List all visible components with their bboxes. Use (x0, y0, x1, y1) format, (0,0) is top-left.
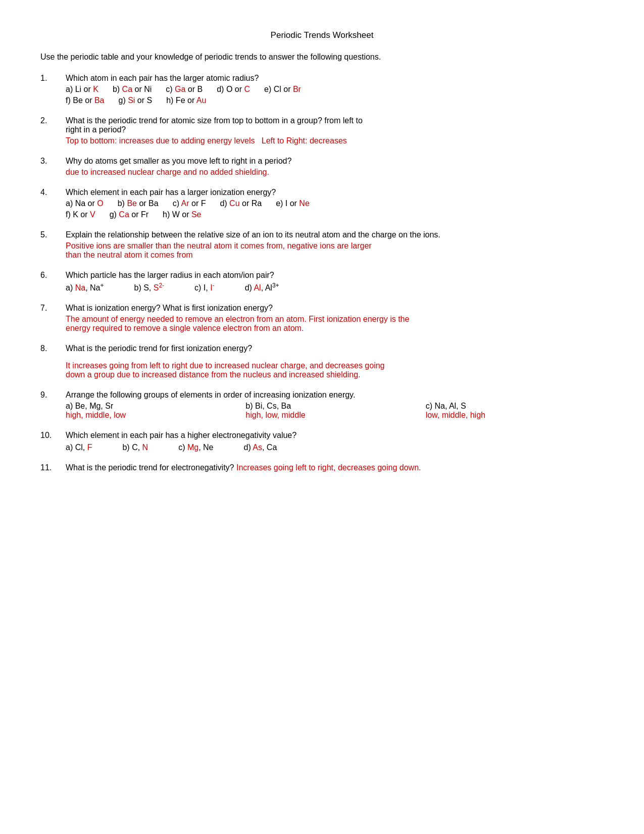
q9-options: a) Be, Mg, Sr b) Bi, Cs, Ba c) Na, Al, S (66, 402, 604, 411)
question-2: 2. What is the periodic trend for atomic… (40, 116, 604, 145)
page-title: Periodic Trends Worksheet (40, 30, 604, 40)
q6-options-row1: a) Na, Na+ b) S, S2- c) I, I- d) Al, Al3… (66, 282, 604, 292)
q4-opt-g: g) Ca or Fr (110, 210, 148, 219)
q1-opt-c: c) Ga or B (166, 85, 203, 94)
q8-text: What is the periodic trend for first ion… (66, 344, 604, 353)
q6-opt-d: d) Al, Al3+ (245, 282, 279, 292)
q2-text: What is the periodic trend for atomic si… (66, 116, 604, 134)
question-11: 11. What is the periodic trend for elect… (40, 463, 604, 472)
intro-text: Use the periodic table and your knowledg… (40, 53, 604, 62)
question-5: 5. Explain the relationship between the … (40, 230, 604, 260)
q6-opt-a: a) Na, Na+ (66, 282, 104, 292)
q10-opt-b: b) C, N (122, 443, 148, 452)
q7-answer: The amount of energy needed to remove an… (66, 315, 604, 333)
q8-num: 8. (40, 344, 66, 353)
q1-opt-e: e) Cl or Br (264, 85, 301, 94)
q1-options-row1: a) Li or K b) Ca or Ni c) Ga or B d) O o… (66, 85, 604, 94)
question-8: 8. What is the periodic trend for first … (40, 344, 604, 379)
q9-opt-c: c) Na, Al, S (426, 402, 604, 411)
q10-num: 10. (40, 431, 66, 440)
question-10: 10. Which element in each pair has a hig… (40, 431, 604, 452)
q5-text: Explain the relationship between the rel… (66, 230, 604, 239)
q7-text: What is ionization energy? What is first… (66, 304, 604, 313)
q9-ans-a: high, middle, low (66, 411, 243, 420)
q4-opt-h: h) W or Se (163, 210, 201, 219)
q7-num: 7. (40, 304, 66, 313)
q4-opt-a: a) Na or O (66, 199, 104, 208)
q5-num: 5. (40, 230, 66, 239)
q10-opt-a: a) Cl, F (66, 443, 92, 452)
q4-opt-b: b) Be or Ba (118, 199, 159, 208)
q1-opt-g: g) Si or S (118, 96, 152, 105)
q1-opt-a: a) Li or K (66, 85, 98, 94)
q4-options-row1: a) Na or O b) Be or Ba c) Ar or F d) Cu … (66, 199, 604, 208)
q4-opt-c: c) Ar or F (173, 199, 206, 208)
q1-text: Which atom in each pair has the larger a… (66, 74, 604, 83)
q5-answer: Positive ions are smaller than the neutr… (66, 241, 604, 260)
q4-num: 4. (40, 188, 66, 197)
q11-num: 11. (40, 463, 66, 472)
q1-num: 1. (40, 74, 66, 83)
question-4: 4. Which element in each pair has a larg… (40, 188, 604, 219)
q9-num: 9. (40, 390, 66, 400)
q4-options-row2: f) K or V g) Ca or Fr h) W or Se (66, 210, 604, 219)
q6-opt-c: c) I, I- (194, 282, 215, 292)
q1-options-row2: f) Be or Ba g) Si or S h) Fe or Au (66, 96, 604, 105)
q4-opt-d: d) Cu or Ra (220, 199, 262, 208)
q9-text: Arrange the following groups of elements… (66, 390, 604, 400)
q2-answer: Top to bottom: increases due to adding e… (66, 136, 604, 145)
q10-opt-d: d) As, Ca (244, 443, 277, 452)
q9-ans-c: low, middle, high (426, 411, 604, 420)
q4-opt-f: f) K or V (66, 210, 95, 219)
q1-opt-f: f) Be or Ba (66, 96, 104, 105)
question-9: 9. Arrange the following groups of eleme… (40, 390, 604, 420)
q3-num: 3. (40, 157, 66, 166)
q1-opt-d: d) O or C (217, 85, 250, 94)
q11-text: What is the periodic trend for electrone… (66, 463, 604, 472)
q1-opt-h: h) Fe or Au (166, 96, 206, 105)
question-7: 7. What is ionization energy? What is fi… (40, 304, 604, 333)
q2-num: 2. (40, 116, 66, 125)
q6-opt-b: b) S, S2- (134, 282, 164, 292)
q10-opt-c: c) Mg, Ne (178, 443, 213, 452)
q10-options: a) Cl, F b) C, N c) Mg, Ne d) As, Ca (66, 443, 604, 452)
q3-text: Why do atoms get smaller as you move lef… (66, 157, 604, 166)
q3-answer: due to increased nuclear charge and no a… (66, 168, 604, 177)
q9-answers: high, middle, low high, low, middle low,… (66, 411, 604, 420)
q1-opt-b: b) Ca or Ni (113, 85, 152, 94)
q8-answer: It increases going from left to right du… (66, 361, 604, 379)
q9-ans-b: high, low, middle (245, 411, 423, 420)
question-3: 3. Why do atoms get smaller as you move … (40, 157, 604, 177)
q9-opt-a: a) Be, Mg, Sr (66, 402, 243, 411)
q6-text: Which particle has the larger radius in … (66, 271, 604, 280)
q10-text: Which element in each pair has a higher … (66, 431, 604, 440)
q9-opt-b: b) Bi, Cs, Ba (245, 402, 423, 411)
q4-text: Which element in each pair has a larger … (66, 188, 604, 197)
question-1: 1. Which atom in each pair has the large… (40, 74, 604, 105)
q4-opt-e: e) I or Ne (276, 199, 310, 208)
question-6: 6. Which particle has the larger radius … (40, 271, 604, 292)
q6-num: 6. (40, 271, 66, 280)
